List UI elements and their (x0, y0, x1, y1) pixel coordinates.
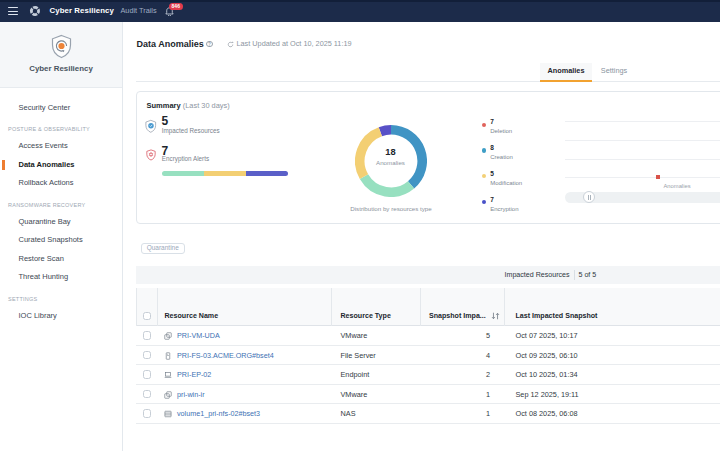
nas-icon (164, 410, 172, 418)
legend-label: Encryption (490, 204, 522, 215)
quarantine-button[interactable]: Quarantine (141, 243, 186, 254)
vm-icon (164, 332, 172, 340)
impact-split-bar (162, 171, 288, 177)
topbar-product-title: Cyber Resiliency (50, 0, 114, 22)
sidebar-item-security-center[interactable]: Security Center (0, 99, 122, 118)
page-title: Data Anomalies (137, 39, 204, 49)
legend-value: 7 (490, 195, 522, 204)
summary-subtitle: (Last 30 days) (183, 101, 230, 110)
trend-legend-label: Anomalies (664, 183, 691, 189)
select-all-checkbox[interactable] (143, 312, 152, 321)
snapshot-impact-cell: 1 (430, 385, 490, 405)
shield-check-icon (145, 119, 157, 134)
summary-title-row: Summary (Last 30 days) (147, 101, 230, 110)
snapshot-impact-cell: 2 (430, 365, 490, 385)
legend-dot-modification (482, 174, 486, 178)
trend-gridline (565, 140, 720, 141)
resource-type-cell: VMware (341, 385, 368, 405)
help-icon[interactable]: ? (206, 41, 213, 48)
snapshot-impact-cell: 1 (430, 404, 490, 424)
row-checkbox[interactable] (143, 390, 152, 399)
resource-name-link[interactable]: volume1_pri-nfs-02#bset3 (177, 404, 260, 424)
resource-type-cell: VMware (341, 326, 368, 346)
table-body: PRI-VM-UDAVMware5Oct 07 2025, 10:17PRI-F… (136, 326, 720, 424)
sort-arrows-icon[interactable] (491, 312, 500, 320)
impact-split-bar-segment (246, 171, 288, 177)
trend-gridline (565, 177, 720, 178)
row-checkbox[interactable] (143, 351, 152, 360)
row-checkbox[interactable] (143, 370, 152, 379)
trend-zoom-slider[interactable] (565, 192, 720, 203)
row-checkbox[interactable] (143, 331, 152, 340)
donut-segment (380, 129, 391, 131)
encryption-alerts-label: Encryption Alerts (162, 155, 209, 162)
last-impacted-cell: Oct 10 2025, 01:34 (516, 365, 578, 385)
row-checkbox[interactable] (143, 409, 152, 418)
donut-total-label: Anomalies (355, 159, 427, 166)
last-updated-text: Last Updated at Oct 10, 2025 11:19 (237, 38, 352, 50)
header-divider (331, 288, 332, 327)
sidebar: Cyber Resiliency Security CenterPOSTURE … (0, 22, 123, 451)
legend-value: 7 (490, 117, 522, 126)
sidebar-item-ioc-library[interactable]: IOC Library (0, 307, 122, 326)
trend-gridline (565, 121, 720, 122)
legend-value: 8 (490, 143, 522, 152)
trend-gridline (565, 159, 720, 160)
shield-virus-icon (146, 149, 156, 161)
resource-name-link[interactable]: PRI-FS-03.ACME.ORG#bset4 (177, 346, 274, 366)
summary-card: Summary (Last 30 days) 5 Impacted Resour… (136, 91, 720, 224)
column-header-last-impacted[interactable]: Last Impacted Snapshot (516, 312, 598, 320)
resource-name-link[interactable]: pri-win-ir (177, 385, 205, 405)
server-icon (164, 352, 172, 360)
trend-slider-handle[interactable] (583, 191, 595, 203)
sidebar-item-data-anomalies[interactable]: Data Anomalies (0, 156, 122, 175)
sidebar-section-posture-observability: POSTURE & OBSERVABILITY (0, 123, 122, 136)
sidebar-item-restore-scan[interactable]: Restore Scan (0, 250, 122, 269)
notification-count-badge[interactable]: 846 (169, 3, 183, 10)
table-row: PRI-FS-03.ACME.ORG#bset4File Server4Oct … (136, 346, 720, 366)
resource-type-cell: NAS (341, 404, 356, 424)
legend-dot-deletion (482, 123, 486, 127)
sidebar-product-name: Cyber Resiliency (0, 64, 122, 73)
table-row: pri-win-irVMware1Sep 12 2025, 19:11 (136, 385, 720, 405)
table-header-row: Resource Name Resource Type Snapshot Imp… (136, 288, 720, 327)
column-header-resource-name[interactable]: Resource Name (165, 312, 219, 320)
tab-settings[interactable]: Settings (592, 63, 636, 82)
column-header-resource-type[interactable]: Resource Type (341, 312, 391, 320)
sidebar-item-rollback-actions[interactable]: Rollback Actions (0, 174, 122, 193)
anomaly-type-legend: 7Deletion8Creation5Modification7Encrypti… (482, 117, 522, 221)
top-navigation-bar: Cyber Resiliency Audit Trails 846 (0, 0, 720, 22)
last-impacted-cell: Sep 12 2025, 19:11 (516, 385, 579, 405)
laptop-icon (164, 371, 172, 379)
sidebar-item-access-events[interactable]: Access Events (0, 137, 122, 156)
header-divider (136, 288, 137, 327)
last-impacted-cell: Oct 07 2025, 10:17 (516, 326, 578, 346)
tab-bar: Anomalies Settings (136, 63, 720, 82)
trend-legend-marker (656, 175, 660, 179)
legend-label: Creation (490, 152, 522, 163)
header-divider (157, 288, 158, 327)
resource-type-cell: File Server (341, 346, 376, 366)
last-impacted-cell: Oct 09 2025, 06:10 (516, 346, 578, 366)
app-window: Cyber Resiliency Audit Trails 846 Cyber … (0, 0, 720, 451)
topbar-nav-audit-trails[interactable]: Audit Trails (121, 0, 157, 22)
sidebar-item-curated-snapshots[interactable]: Curated Snapshots (0, 231, 122, 250)
impacted-resources-label: Impacted Resources (162, 127, 220, 134)
donut-total-value: 18 (355, 147, 427, 157)
anomalies-donut-chart: 18 Anomalies (355, 125, 427, 197)
impact-split-bar-segment (162, 171, 204, 177)
legend-label: Modification (490, 178, 522, 189)
sidebar-item-quarantine-bay[interactable]: Quarantine Bay (0, 213, 122, 232)
table-row: PRI-EP-02Endpoint2Oct 10 2025, 01:34 (136, 365, 720, 385)
resource-name-link[interactable]: PRI-EP-02 (177, 365, 211, 385)
refresh-icon[interactable] (227, 41, 234, 48)
sidebar-item-threat-hunting[interactable]: Threat Hunting (0, 268, 122, 287)
legend-entry-deletion: 7Deletion (482, 117, 522, 143)
resource-name-link[interactable]: PRI-VM-UDA (177, 326, 220, 346)
hamburger-menu-icon[interactable] (8, 7, 18, 16)
tab-anomalies[interactable]: Anomalies (540, 63, 592, 82)
table-row: volume1_pri-nfs-02#bset3NAS1Oct 08 2025,… (136, 404, 720, 424)
column-header-snapshot-impact[interactable]: Snapshot Impa... (429, 312, 486, 320)
donut-caption: Distribution by resources type (311, 205, 471, 212)
legend-dot-creation (482, 148, 486, 152)
